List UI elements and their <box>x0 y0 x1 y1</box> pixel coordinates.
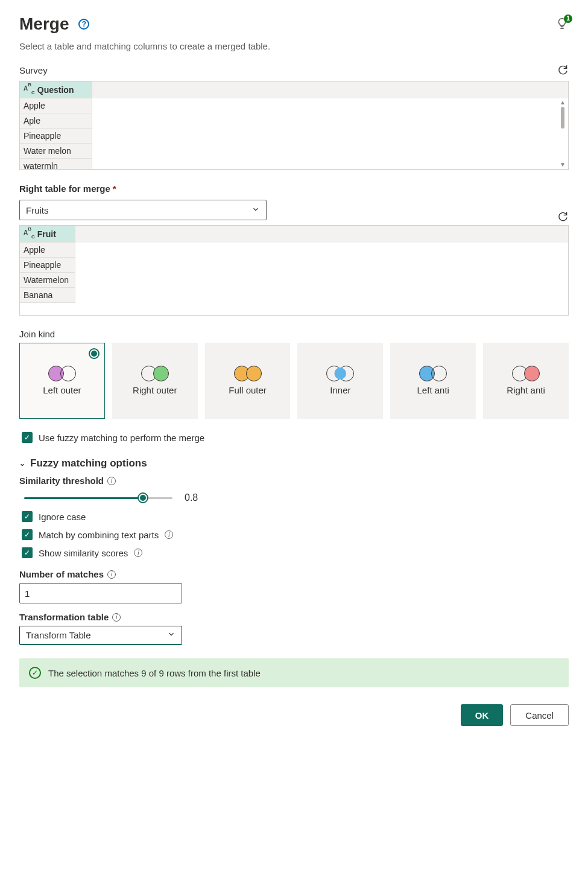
chevron-down-icon <box>167 630 175 640</box>
abc-type-icon: ABC <box>24 228 35 238</box>
join-left-outer[interactable]: Left outer <box>19 343 105 419</box>
left-table-row[interactable]: Pineapple <box>20 129 92 144</box>
right-table-row[interactable]: Banana <box>20 288 75 303</box>
chevron-down-icon <box>251 205 260 215</box>
join-kind-label: Join kind <box>19 329 569 339</box>
left-table-row[interactable]: Apple <box>20 98 92 113</box>
fuzzy-options-toggle[interactable]: ⌄ Fuzzy matching options <box>19 457 569 469</box>
refresh-right-icon[interactable] <box>557 210 569 224</box>
page-title: Merge <box>19 14 69 34</box>
left-table-scrollbar[interactable]: ▲ ▼ <box>558 98 567 169</box>
checkbox-checked-icon: ✓ <box>22 547 33 558</box>
join-left-anti[interactable]: Left anti <box>390 343 476 419</box>
abc-type-icon: ABC <box>24 84 35 94</box>
left-table-preview: ABC Question Apple Aple Pineapple Water … <box>19 81 569 170</box>
radio-selected-icon <box>89 348 100 359</box>
right-table-select[interactable]: Fruits <box>19 200 267 220</box>
dialog-footer: OK Cancel <box>19 704 569 726</box>
info-icon[interactable]: i <box>134 549 142 557</box>
checkbox-checked-icon: ✓ <box>22 511 33 522</box>
ignore-case-checkbox[interactable]: ✓ Ignore case <box>22 511 569 522</box>
right-table-row[interactable]: Watermelon <box>20 273 75 288</box>
similarity-threshold-value: 0.8 <box>185 492 198 503</box>
join-right-outer[interactable]: Right outer <box>112 343 198 419</box>
left-table-row[interactable]: Water melon <box>20 144 92 159</box>
similarity-threshold-slider[interactable] <box>24 492 172 504</box>
join-full-outer[interactable]: Full outer <box>205 343 291 419</box>
tips-lightbulb-icon[interactable]: 1 <box>555 17 569 32</box>
right-column-header[interactable]: ABC Fruit <box>20 226 75 243</box>
similarity-threshold-label: Similarity threshold i <box>19 476 569 486</box>
transformation-table-select[interactable]: Transform Table <box>19 626 182 645</box>
match-status-bar: ✓ The selection matches 9 of 9 rows from… <box>19 658 569 687</box>
join-inner[interactable]: Inner <box>297 343 383 419</box>
show-scores-checkbox[interactable]: ✓ Show similarity scores i <box>22 547 569 558</box>
dialog-header: Merge ? 1 <box>19 14 569 34</box>
cancel-button[interactable]: Cancel <box>510 704 569 726</box>
match-combine-checkbox[interactable]: ✓ Match by combining text parts i <box>22 529 569 540</box>
info-icon[interactable]: i <box>107 477 116 485</box>
left-table-row[interactable]: Aple <box>20 113 92 129</box>
use-fuzzy-checkbox[interactable]: ✓ Use fuzzy matching to perform the merg… <box>22 432 569 443</box>
left-table-row[interactable]: watermln <box>20 159 92 170</box>
join-right-anti[interactable]: Right anti <box>483 343 569 419</box>
page-subtitle: Select a table and matching columns to c… <box>19 41 569 51</box>
right-table-label: Right table for merge* <box>19 183 569 194</box>
checkbox-checked-icon: ✓ <box>22 529 33 540</box>
number-of-matches-input[interactable]: 1 <box>19 583 182 603</box>
number-of-matches-label: Number of matches i <box>19 569 569 579</box>
left-table-label: Survey <box>19 65 48 75</box>
tips-badge: 1 <box>564 14 572 23</box>
scroll-up-icon[interactable]: ▲ <box>560 100 566 106</box>
scroll-thumb[interactable] <box>561 107 564 129</box>
success-check-icon: ✓ <box>29 667 41 679</box>
checkbox-checked-icon: ✓ <box>22 432 33 443</box>
chevron-down-icon: ⌄ <box>19 459 25 468</box>
transformation-table-label: Transformation table i <box>19 612 569 622</box>
right-table-preview: ABC Fruit Apple Pineapple Watermelon Ban… <box>19 225 569 316</box>
help-icon[interactable]: ? <box>78 19 89 30</box>
left-column-header[interactable]: ABC Question <box>20 81 92 98</box>
left-table-label-row: Survey <box>19 63 569 77</box>
info-icon[interactable]: i <box>107 570 116 579</box>
right-table-row[interactable]: Apple <box>20 243 75 258</box>
join-kind-group: Left outer Right outer Full outer Inner … <box>19 343 569 419</box>
refresh-left-icon[interactable] <box>557 63 569 77</box>
info-icon[interactable]: i <box>112 613 121 622</box>
right-table-row[interactable]: Pineapple <box>20 258 75 273</box>
match-status-text: The selection matches 9 of 9 rows from t… <box>48 668 261 678</box>
info-icon[interactable]: i <box>165 530 173 539</box>
scroll-down-icon[interactable]: ▼ <box>560 162 566 168</box>
ok-button[interactable]: OK <box>461 704 504 726</box>
